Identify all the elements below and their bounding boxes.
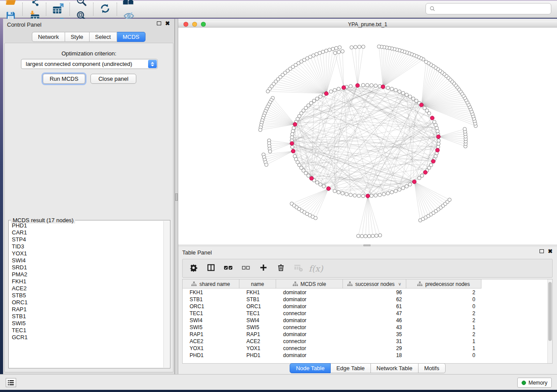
mcds-result-item[interactable]: SWI5: [12, 320, 163, 327]
table-cell[interactable]: ORC1: [239, 303, 276, 309]
table-cell[interactable]: 46: [343, 317, 406, 323]
mcds-result-item[interactable]: TEC1: [12, 327, 163, 334]
table-cell[interactable]: 96: [343, 289, 406, 296]
run-mcds-button[interactable]: Run MCDS: [43, 74, 85, 84]
network-node[interactable]: [318, 183, 322, 186]
table-cell[interactable]: 43: [343, 324, 406, 330]
dominator-node[interactable]: [324, 92, 328, 96]
mcds-result-item[interactable]: ORC1: [12, 299, 163, 306]
dominator-node[interactable]: [342, 86, 346, 89]
table-row[interactable]: SWI5SWI5connector431: [183, 324, 484, 331]
delete-columns-button[interactable]: [275, 263, 287, 274]
leaf-node[interactable]: [335, 46, 338, 50]
table-cell[interactable]: SWI5: [183, 324, 239, 330]
network-node[interactable]: [349, 193, 353, 196]
table-row[interactable]: PHD1PHD1dominator180: [183, 352, 484, 359]
search-box[interactable]: [426, 3, 551, 14]
dominator-node[interactable]: [356, 83, 360, 87]
network-graph-canvas[interactable]: [178, 28, 557, 244]
open-button[interactable]: [2, 0, 20, 9]
table-cell[interactable]: PHD1: [183, 352, 239, 358]
column-header-successor-nodes[interactable]: successor nodes∨: [343, 279, 406, 289]
table-cell[interactable]: dominator: [276, 352, 343, 358]
table-cell[interactable]: YOX1: [239, 345, 276, 351]
tab-network-table[interactable]: Network Table: [371, 363, 419, 373]
leaf-node[interactable]: [314, 216, 317, 220]
network-list-button[interactable]: [6, 378, 16, 387]
tab-node-table[interactable]: Node Table: [290, 363, 331, 373]
column-header-MCDS-role[interactable]: MCDS role: [276, 279, 343, 289]
leaf-node[interactable]: [364, 234, 367, 238]
close-panel-icon[interactable]: ✖: [548, 249, 553, 253]
network-node[interactable]: [405, 185, 408, 188]
mcds-result-scrollbar[interactable]: [163, 221, 170, 368]
column-header-name[interactable]: name: [239, 279, 276, 289]
table-cell[interactable]: SWI5: [239, 324, 276, 330]
table-row[interactable]: SWI4SWI4dominator462: [183, 317, 484, 324]
export-table-button[interactable]: [49, 2, 67, 17]
dominator-node[interactable]: [412, 180, 416, 184]
network-node[interactable]: [437, 142, 440, 145]
table-cell[interactable]: 35: [343, 331, 406, 337]
network-node[interactable]: [349, 85, 353, 88]
table-cell[interactable]: connector: [276, 338, 343, 344]
mcds-result-item[interactable]: SWI4: [12, 257, 163, 264]
mcds-result-item[interactable]: RAP1: [12, 306, 163, 313]
leaf-node[interactable]: [259, 128, 262, 132]
leaf-node[interactable]: [362, 45, 365, 48]
search-input[interactable]: [438, 5, 551, 13]
table-row[interactable]: YOX1YOX1connector291: [183, 345, 484, 352]
network-node[interactable]: [408, 183, 412, 186]
network-node[interactable]: [337, 87, 340, 91]
mcds-result-item[interactable]: CAR1: [12, 229, 163, 236]
table-cell[interactable]: RAP1: [239, 331, 276, 337]
splitter-grip[interactable]: [363, 244, 370, 246]
table-options-gear-button[interactable]: [188, 263, 199, 274]
dominator-node[interactable]: [419, 103, 423, 107]
network-node[interactable]: [386, 192, 390, 195]
memory-button[interactable]: Memory: [517, 378, 552, 388]
table-cell[interactable]: SWI4: [183, 317, 239, 323]
leaf-node[interactable]: [371, 234, 374, 238]
tab-motifs[interactable]: Motifs: [419, 363, 446, 373]
column-header-shared-name[interactable]: shared name: [183, 279, 239, 289]
mcds-result-item[interactable]: FKH1: [12, 278, 163, 285]
dominator-node[interactable]: [430, 116, 434, 120]
network-node[interactable]: [353, 194, 356, 197]
network-window-titlebar[interactable]: YPA_prune.txt_1: [178, 20, 557, 28]
table-cell[interactable]: 2: [406, 289, 481, 296]
leaf-node[interactable]: [375, 234, 378, 237]
close-panel-button[interactable]: Close panel: [90, 74, 136, 84]
network-node[interactable]: [315, 181, 319, 184]
network-node[interactable]: [408, 95, 412, 98]
dominator-node[interactable]: [423, 170, 427, 174]
leaf-node[interactable]: [341, 50, 344, 53]
table-cell[interactable]: dominator: [276, 289, 343, 296]
network-node[interactable]: [370, 83, 373, 87]
network-node[interactable]: [432, 120, 436, 124]
network-node[interactable]: [405, 93, 408, 96]
scrollbar-thumb[interactable]: [548, 282, 552, 341]
vertical-splitter[interactable]: [175, 19, 178, 374]
network-node[interactable]: [420, 174, 424, 177]
tab-network[interactable]: Network: [32, 32, 65, 42]
tab-style[interactable]: Style: [65, 32, 90, 42]
network-node[interactable]: [291, 129, 294, 133]
table-cell[interactable]: ACE2: [239, 338, 276, 344]
network-node[interactable]: [394, 189, 398, 193]
mcds-result-item[interactable]: PMA2: [12, 271, 163, 278]
dominator-node[interactable]: [436, 148, 439, 152]
network-node[interactable]: [374, 84, 377, 87]
dominator-node[interactable]: [381, 85, 385, 89]
network-node[interactable]: [429, 163, 433, 167]
table-cell[interactable]: 61: [343, 303, 406, 309]
table-cell[interactable]: ACE2: [183, 338, 239, 344]
table-cell[interactable]: dominator: [276, 296, 343, 303]
criterion-dropdown[interactable]: largest connected component (undirected): [21, 59, 158, 69]
table-cell[interactable]: TEC1: [239, 310, 276, 316]
network-node[interactable]: [374, 194, 377, 197]
mcds-result-item[interactable]: PHD1: [12, 222, 163, 229]
leaf-node[interactable]: [463, 127, 467, 131]
leaf-node[interactable]: [367, 234, 371, 238]
leaf-node[interactable]: [377, 45, 381, 48]
